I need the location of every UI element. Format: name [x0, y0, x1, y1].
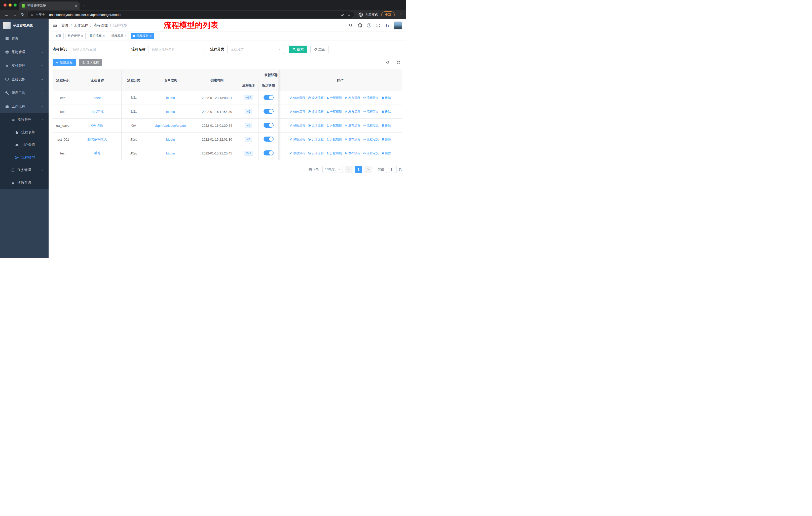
action-process-definition[interactable]: 流程定义 [363, 137, 379, 142]
search-icon[interactable] [349, 23, 353, 27]
window-zoom-button[interactable] [13, 3, 17, 6]
action-delete[interactable]: 删除 [381, 96, 391, 100]
toggle-search-icon[interactable] [386, 60, 390, 64]
process-name-link[interactable]: 滔博 [94, 151, 100, 155]
form-info-link[interactable]: biubiu [166, 138, 175, 141]
action-design-process[interactable]: 设计流程 [308, 151, 324, 156]
sidebar-item-process-form[interactable]: 流程表单 [0, 126, 49, 139]
window-close-button[interactable] [3, 3, 6, 6]
tag-process-form[interactable]: 流程表单 × [109, 33, 129, 39]
tag-home[interactable]: 首页 [53, 33, 64, 39]
filter-key-input[interactable] [70, 45, 126, 54]
action-process-definition[interactable]: 流程定义 [363, 124, 379, 128]
tag-close-icon[interactable]: × [81, 34, 83, 37]
action-delete[interactable]: 删除 [381, 137, 391, 142]
back-button[interactable]: ← [3, 12, 10, 17]
action-process-definition[interactable]: 流程定义 [363, 110, 379, 114]
sidebar-logo[interactable]: 芋道管理系统 [0, 19, 49, 32]
process-name-link[interactable]: 自己审批 [91, 110, 104, 113]
form-info-link[interactable]: biubiu [166, 110, 175, 114]
action-design-process[interactable]: 设计流程 [308, 137, 324, 142]
action-publish-process[interactable]: 发布流程 [345, 110, 360, 114]
sidebar-item-infra[interactable]: 基础设施 [0, 73, 49, 86]
form-info-link[interactable]: biubiu [166, 152, 175, 155]
active-toggle[interactable] [264, 95, 273, 100]
browser-menu-icon[interactable]: ⋮ [398, 12, 402, 17]
user-avatar[interactable] [394, 21, 402, 29]
tag-process-model[interactable]: 流程模型 × [130, 33, 154, 39]
action-assign-rule[interactable]: 分配规则 [326, 137, 342, 142]
action-assign-rule[interactable]: 分配规则 [326, 124, 342, 128]
active-toggle[interactable] [264, 109, 273, 114]
prev-page-button[interactable] [345, 166, 352, 173]
action-edit-process[interactable]: 修改流程 [289, 110, 305, 114]
action-design-process[interactable]: 设计流程 [308, 96, 324, 100]
active-toggle[interactable] [264, 123, 273, 128]
action-edit-process[interactable]: 修改流程 [289, 137, 305, 142]
form-info-link[interactable]: /bpm/oa/leave/create [155, 124, 186, 128]
action-edit-process[interactable]: 修改流程 [289, 151, 305, 156]
action-publish-process[interactable]: 发布流程 [345, 124, 360, 128]
window-minimize-button[interactable] [8, 3, 11, 6]
tab-close-icon[interactable]: × [75, 4, 77, 8]
browser-tab[interactable]: 芋道管理系统 × [19, 1, 80, 10]
action-assign-rule[interactable]: 分配规则 [326, 96, 342, 100]
active-toggle[interactable] [264, 151, 273, 156]
sidebar-collapse-icon[interactable] [53, 23, 57, 28]
help-icon[interactable]: ? [367, 23, 371, 27]
password-key-icon[interactable] [340, 12, 344, 17]
update-button[interactable]: 更新 [381, 11, 395, 18]
new-tab-button[interactable]: + [83, 3, 86, 8]
address-bar[interactable]: ⚠ 不安全 dashboard.yudao.iocoder.cn/bpm/man… [27, 11, 354, 18]
page-size-select[interactable]: 10条/页 [322, 166, 343, 173]
process-name-link[interactable]: OA 请假 [91, 124, 103, 127]
tag-my-process[interactable]: 我的流程 × [87, 33, 108, 39]
sidebar-item-payment[interactable]: ¥ 支付管理 [0, 59, 49, 73]
fullscreen-icon[interactable] [376, 23, 380, 27]
search-button[interactable]: 搜索 [289, 46, 307, 53]
sidebar-item-workflow[interactable]: 工作流程 [0, 100, 49, 113]
filter-name-input[interactable] [148, 45, 205, 54]
process-name-link[interactable]: eeee [94, 96, 101, 100]
refresh-table-icon[interactable] [397, 60, 401, 64]
reload-button[interactable]: ↻ [19, 12, 26, 17]
sidebar-item-devtools[interactable]: 研发工具 [0, 86, 49, 100]
action-delete[interactable]: 删除 [381, 151, 391, 156]
tag-close-icon[interactable]: × [103, 34, 105, 37]
breadcrumb-process-management[interactable]: 流程管理 [94, 23, 108, 28]
filter-category-select[interactable]: 流程分类 [227, 45, 284, 54]
action-process-definition[interactable]: 流程定义 [363, 151, 379, 156]
forward-button[interactable]: → [11, 12, 18, 17]
reset-button[interactable]: 重置 [310, 46, 329, 53]
tag-close-icon[interactable]: × [124, 34, 126, 37]
breadcrumb-home[interactable]: 首页 [61, 23, 68, 28]
next-page-button[interactable] [365, 166, 372, 173]
sidebar-item-leave-query[interactable]: 请假查询 [0, 176, 49, 189]
process-name-link[interactable]: 测试多审批人 [87, 137, 107, 141]
sidebar-item-process-model[interactable]: 流程模型 [0, 151, 49, 164]
sidebar-item-process-management[interactable]: 流程管理 [0, 113, 49, 126]
create-process-button[interactable]: 新建流程 [53, 59, 76, 66]
action-design-process[interactable]: 设计流程 [308, 124, 324, 128]
sidebar-item-home[interactable]: 首页 [0, 32, 49, 45]
font-size-icon[interactable]: TT [385, 23, 389, 27]
sidebar-item-user-group[interactable]: 用户分组 [0, 139, 49, 151]
action-delete[interactable]: 删除 [381, 124, 391, 128]
tag-close-icon[interactable]: × [150, 34, 152, 37]
action-assign-rule[interactable]: 分配规则 [326, 151, 342, 156]
action-publish-process[interactable]: 发布流程 [345, 151, 360, 156]
action-assign-rule[interactable]: 分配规则 [326, 110, 342, 114]
action-edit-process[interactable]: 修改流程 [289, 96, 305, 100]
action-process-definition[interactable]: 流程定义 [363, 96, 379, 100]
form-info-link[interactable]: biubiu [166, 96, 175, 100]
action-edit-process[interactable]: 修改流程 [289, 124, 305, 128]
action-design-process[interactable]: 设计流程 [308, 110, 324, 114]
github-icon[interactable] [358, 23, 362, 28]
bookmark-star-icon[interactable]: ☆ [347, 12, 351, 17]
tag-tenant[interactable]: 租户管理 × [65, 33, 86, 39]
sidebar-item-task-management[interactable]: 任务管理 [0, 164, 49, 176]
breadcrumb-workflow[interactable]: 工作流程 [74, 23, 88, 28]
action-publish-process[interactable]: 发布流程 [345, 137, 360, 142]
import-process-button[interactable]: 导入流程 [79, 59, 102, 66]
sidebar-item-system[interactable]: 系统管理 [0, 45, 49, 59]
